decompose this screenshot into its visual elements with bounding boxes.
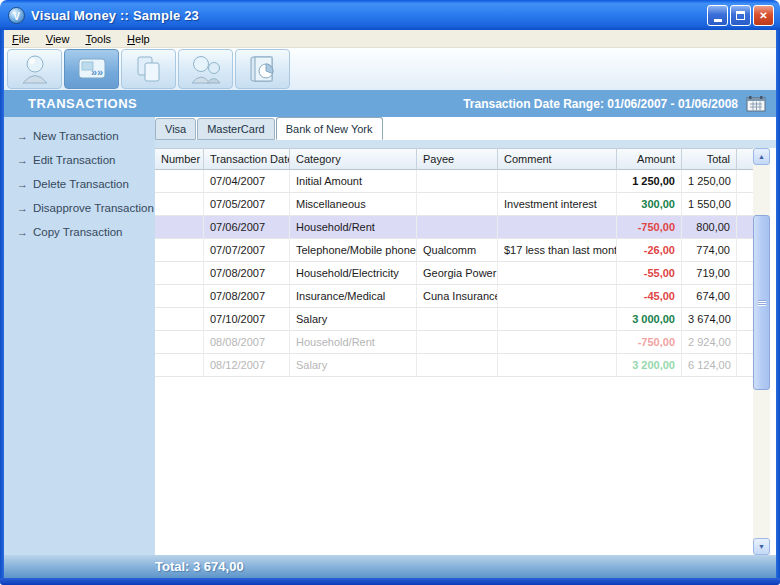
calendar-icon[interactable] xyxy=(746,96,766,112)
date-range-label: Transaction Date Range: 01/06/2007 - 01/… xyxy=(463,97,738,111)
tab-mastercard[interactable]: MasterCard xyxy=(197,118,274,140)
table-row[interactable]: 07/08/2007Insurance/MedicalCuna Insuranc… xyxy=(155,285,753,308)
close-button[interactable]: ✕ xyxy=(753,5,774,26)
tab-divider-strip xyxy=(155,140,776,148)
cell-filler xyxy=(737,170,753,193)
close-icon: ✕ xyxy=(759,10,767,21)
scroll-up-button[interactable]: ▲ xyxy=(753,148,770,165)
table-row[interactable]: 07/10/2007Salary3 000,003 674,00 xyxy=(155,308,753,331)
copy-documents-icon xyxy=(131,52,167,86)
maximize-button[interactable] xyxy=(730,5,751,26)
cell-total: 3 674,00 xyxy=(682,308,737,331)
table-row[interactable]: 07/07/2007Telephone/Mobile phoneQualcomm… xyxy=(155,239,753,262)
cell-payee xyxy=(417,216,498,239)
table-row[interactable]: 08/12/2007Salary3 200,006 124,00 xyxy=(155,354,753,377)
sidebar-item-edit-transaction[interactable]: →Edit Transaction xyxy=(17,152,155,168)
cell-category: Insurance/Medical xyxy=(290,285,417,308)
person-icon xyxy=(17,52,53,86)
scroll-down-button[interactable]: ▼ xyxy=(753,538,770,555)
table-row[interactable]: 07/05/2007MiscellaneousInvestment intere… xyxy=(155,193,753,216)
cell-filler xyxy=(737,216,753,239)
cell-date: 08/08/2007 xyxy=(204,331,290,354)
cell-amount: 1 250,00 xyxy=(617,170,682,193)
app-window: V Visual Money :: Sample 23 ✕ FileViewTo… xyxy=(0,0,780,585)
cell-comment: Investment interest xyxy=(498,193,617,216)
column-header-payee[interactable]: Payee xyxy=(417,148,498,170)
cell-date: 07/04/2007 xyxy=(204,170,290,193)
cell-total: 1 250,00 xyxy=(682,170,737,193)
sidebar-item-delete-transaction[interactable]: →Delete Transaction xyxy=(17,176,155,192)
cell-number xyxy=(155,354,204,377)
menu-view[interactable]: View xyxy=(38,32,78,46)
main-panel: VisaMasterCardBank of New York NumberTra… xyxy=(155,117,776,555)
column-header-amount[interactable]: Amount xyxy=(617,148,682,170)
menu-help[interactable]: Help xyxy=(119,32,158,46)
menu-tools[interactable]: Tools xyxy=(77,32,119,46)
sidebar-item-new-transaction[interactable]: →New Transaction xyxy=(17,128,155,144)
statusbar: Total: 3 674,00 xyxy=(4,555,776,578)
toolbar-button-scheduled[interactable] xyxy=(121,49,176,89)
cell-category: Salary xyxy=(290,354,417,377)
toolbar-button-reports[interactable] xyxy=(235,49,290,89)
cell-amount: 300,00 xyxy=(617,193,682,216)
vertical-scrollbar[interactable]: ▲ ▼ xyxy=(753,148,770,555)
sidebar-item-label: Copy Transaction xyxy=(33,226,123,238)
cell-number xyxy=(155,285,204,308)
cell-amount: -55,00 xyxy=(617,262,682,285)
cell-category: Initial Amount xyxy=(290,170,417,193)
cell-number xyxy=(155,239,204,262)
maximize-icon xyxy=(736,11,745,20)
sidebar-item-disapprove-transaction[interactable]: →Disapprove Transaction xyxy=(17,200,155,216)
page-title: TRANSACTIONS xyxy=(28,96,137,111)
tab-bank-of-new-york[interactable]: Bank of New York xyxy=(276,117,383,140)
people-icon xyxy=(188,52,224,86)
arrow-icon: → xyxy=(17,226,33,238)
cell-date: 07/05/2007 xyxy=(204,193,290,216)
column-header-number[interactable]: Number xyxy=(155,148,204,170)
cell-category: Household/Rent xyxy=(290,216,417,239)
column-header-total[interactable]: Total xyxy=(682,148,737,170)
table-row[interactable]: 07/04/2007Initial Amount1 250,001 250,00 xyxy=(155,170,753,193)
transaction-card-icon: »» xyxy=(74,52,110,86)
total-label: Total: 3 674,00 xyxy=(155,559,244,574)
column-header-category[interactable]: Category xyxy=(290,148,417,170)
section-banner: TRANSACTIONS Transaction Date Range: 01/… xyxy=(4,90,776,117)
cell-payee xyxy=(417,354,498,377)
column-header-comment[interactable]: Comment xyxy=(498,148,617,170)
cell-number xyxy=(155,216,204,239)
toolbar-button-payees[interactable] xyxy=(178,49,233,89)
arrow-icon: → xyxy=(17,178,33,190)
cell-comment: $17 less than last month xyxy=(498,239,617,262)
cell-amount: -45,00 xyxy=(617,285,682,308)
arrow-icon: → xyxy=(17,130,33,142)
toolbar-button-accounts[interactable] xyxy=(7,49,62,89)
sidebar-item-copy-transaction[interactable]: →Copy Transaction xyxy=(17,224,155,240)
window-controls: ✕ xyxy=(707,5,774,26)
toolbar-button-transactions[interactable]: »» xyxy=(64,49,119,89)
cell-comment xyxy=(498,331,617,354)
window-title: Visual Money :: Sample 23 xyxy=(31,8,199,23)
column-header-transaction-date[interactable]: Transaction Date xyxy=(204,148,290,170)
table-row[interactable]: 07/08/2007Household/ElectricityGeorgia P… xyxy=(155,262,753,285)
cell-total: 719,00 xyxy=(682,262,737,285)
cell-date: 08/12/2007 xyxy=(204,354,290,377)
cell-category: Miscellaneous xyxy=(290,193,417,216)
sidebar-item-label: Delete Transaction xyxy=(33,178,129,190)
column-header-filler xyxy=(737,148,753,170)
menu-file[interactable]: File xyxy=(4,32,38,46)
cell-total: 6 124,00 xyxy=(682,354,737,377)
cell-date: 07/07/2007 xyxy=(204,239,290,262)
titlebar: V Visual Money :: Sample 23 ✕ xyxy=(0,0,780,30)
tab-visa[interactable]: Visa xyxy=(155,118,196,140)
minimize-button[interactable] xyxy=(707,5,728,26)
scrollbar-thumb[interactable] xyxy=(753,215,770,390)
svg-text:»»: »» xyxy=(91,66,103,78)
toolbar: »» xyxy=(4,48,776,90)
cell-comment xyxy=(498,170,617,193)
cell-amount: -750,00 xyxy=(617,331,682,354)
cell-amount: 3 200,00 xyxy=(617,354,682,377)
table-row[interactable]: 08/08/2007Household/Rent-750,002 924,00 xyxy=(155,331,753,354)
table-row[interactable]: 07/06/2007Household/Rent-750,00800,00 xyxy=(155,216,753,239)
cell-amount: -750,00 xyxy=(617,216,682,239)
cell-category: Telephone/Mobile phone xyxy=(290,239,417,262)
